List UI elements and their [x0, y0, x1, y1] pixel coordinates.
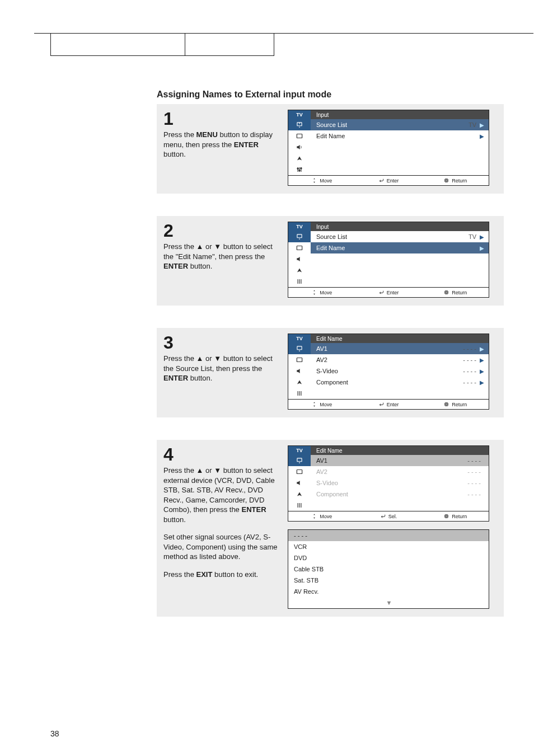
- step-4: 4 Press the ▲ or ▼ button to select exte…: [157, 440, 504, 617]
- step-instruction: Press the MENU button to display menu, t…: [163, 130, 280, 159]
- menu-title: Input: [311, 222, 489, 231]
- input-icon: [288, 343, 311, 354]
- menu-row: Source ListTV▶: [311, 231, 489, 242]
- osd-menu: TV Edit Name AV1- - - - AV2- - - - S-Vid…: [288, 445, 489, 522]
- input-icon: [288, 119, 311, 130]
- svg-rect-10: [445, 179, 448, 182]
- svg-rect-12: [297, 234, 302, 238]
- setup-icon: [288, 164, 311, 175]
- sound-icon: [288, 253, 311, 265]
- svg-point-8: [299, 170, 300, 171]
- svg-rect-35: [446, 515, 447, 517]
- step-2: 2 Press the ▲ or ▼ button to select the …: [157, 216, 504, 306]
- osd-menu: TV Input Source ListTV▶ Edit Name▶: [288, 110, 489, 186]
- osd-menu: TV Edit Name AV1- - - -▶ AV2- - - -▶ S-V…: [288, 334, 489, 410]
- svg-rect-3: [297, 134, 302, 138]
- step-exit: Press the EXIT button to exit.: [163, 570, 280, 580]
- menu-title: Edit Name: [311, 446, 489, 455]
- svg-rect-27: [446, 403, 447, 405]
- osd-menu: TV Input Source ListTV▶ Edit Name▶: [288, 222, 489, 298]
- menu-row: Edit Name▶: [311, 242, 489, 253]
- menu-row: S-Video- - - -: [311, 477, 489, 489]
- option-row: VCR: [288, 541, 489, 552]
- section-title: Assigning Names to External input mode: [157, 90, 500, 100]
- step-3: 3 Press the ▲ or ▼ button to select the …: [157, 328, 504, 417]
- svg-point-1: [299, 126, 300, 128]
- option-row: Cable STB: [288, 564, 489, 575]
- option-row: DVD: [288, 552, 489, 564]
- svg-rect-26: [445, 403, 448, 406]
- menu-footer: Move Sel. Return: [288, 511, 489, 521]
- svg-point-9: [301, 168, 302, 169]
- picture-icon: [288, 242, 311, 253]
- step-instruction: Press the ▲ or ▼ button to select the So…: [163, 354, 280, 383]
- menu-title: Input: [311, 110, 489, 119]
- menu-row: AV2- - - -▶: [311, 354, 489, 365]
- svg-rect-14: [297, 246, 302, 250]
- input-icon: [288, 231, 311, 242]
- svg-rect-22: [297, 358, 302, 362]
- header-tab: [50, 34, 274, 56]
- svg-point-29: [299, 462, 300, 463]
- svg-rect-11: [446, 180, 447, 181]
- step-num: 2: [163, 222, 280, 240]
- channel-icon: [288, 265, 311, 276]
- sound-icon: [288, 477, 311, 489]
- setup-icon: [288, 276, 311, 287]
- step-num: 1: [163, 110, 280, 128]
- option-row: Sat. STB: [288, 575, 489, 586]
- setup-icon: [288, 388, 311, 399]
- menu-row: Source ListTV▶: [311, 119, 489, 130]
- input-icon: [288, 455, 311, 466]
- svg-rect-20: [297, 346, 302, 350]
- svg-rect-19: [446, 292, 447, 293]
- svg-rect-28: [297, 458, 302, 462]
- step-instruction: Press the ▲ or ▼ button to select extern…: [163, 466, 280, 524]
- more-icon: ▼: [288, 597, 489, 608]
- svg-rect-34: [445, 515, 448, 518]
- step-num: 3: [163, 334, 280, 351]
- svg-point-7: [297, 168, 298, 169]
- channel-icon: [288, 377, 311, 388]
- option-popup: - - - - VCR DVD Cable STB Sat. STB AV Re…: [288, 529, 489, 609]
- option-row: AV Recv.: [288, 586, 489, 597]
- page-number: 38: [50, 729, 59, 738]
- sound-icon: [288, 142, 311, 153]
- step-note: Set other signal sources (AV2, S-Video, …: [163, 532, 280, 562]
- menu-title: Edit Name: [311, 334, 489, 343]
- menu-row: AV1- - - -: [311, 455, 489, 466]
- picture-icon: [288, 130, 311, 142]
- menu-footer: Move Enter Return: [288, 399, 489, 409]
- step-1: 1 Press the MENU button to display menu,…: [157, 104, 504, 194]
- svg-rect-30: [297, 470, 302, 474]
- menu-row: AV2- - - -: [311, 466, 489, 477]
- picture-icon: [288, 466, 311, 477]
- menu-footer: Move Enter Return: [288, 175, 489, 185]
- menu-row: AV1- - - -▶: [311, 343, 489, 354]
- option-row: - - - -: [288, 530, 489, 541]
- tv-label: TV: [288, 110, 311, 119]
- menu-row: Component- - - -: [311, 489, 489, 500]
- channel-icon: [288, 489, 311, 500]
- menu-row: Edit Name▶: [311, 130, 489, 142]
- menu-row: Component- - - -▶: [311, 377, 489, 388]
- setup-icon: [288, 500, 311, 511]
- svg-rect-18: [445, 291, 448, 294]
- svg-point-13: [299, 238, 300, 240]
- channel-icon: [288, 153, 311, 164]
- menu-row: S-Video- - - -▶: [311, 365, 489, 377]
- step-num: 4: [163, 445, 280, 463]
- menu-footer: Move Enter Return: [288, 287, 489, 297]
- svg-point-21: [299, 350, 300, 351]
- picture-icon: [288, 354, 311, 365]
- step-instruction: Press the ▲ or ▼ button to select the "E…: [163, 242, 280, 271]
- sound-icon: [288, 365, 311, 377]
